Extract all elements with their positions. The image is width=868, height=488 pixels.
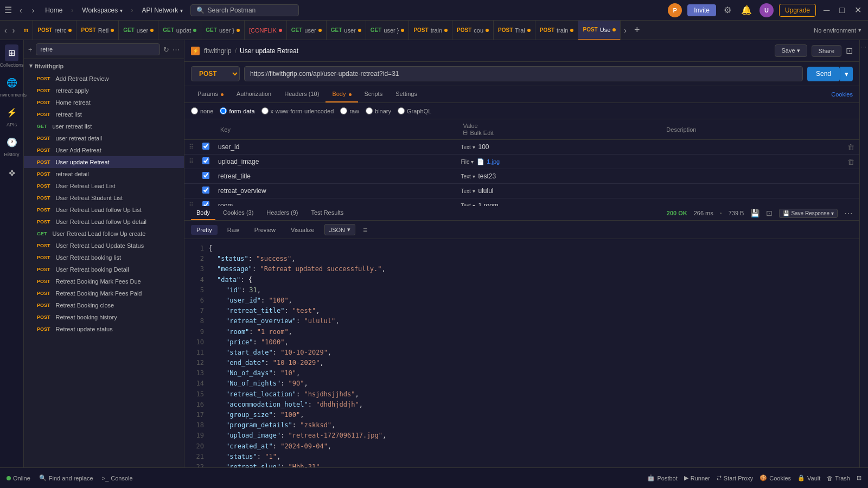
tab-authorization[interactable]: Authorization: [230, 86, 278, 102]
delete-row-icon[interactable]: 🗑: [847, 158, 854, 166]
drag-handle[interactable]: ⠿: [189, 158, 194, 165]
tab-train[interactable]: POST train: [409, 21, 452, 40]
tab-user3[interactable]: GET user: [287, 21, 327, 40]
sidebar-item-add-retreat-review[interactable]: POST Add Retreat Review: [24, 73, 184, 85]
new-tab-button[interactable]: +: [630, 24, 644, 36]
sidebar-item-user-retreat-lead-follow-up-detail[interactable]: POST User Retreat Lead follow Up detail: [24, 216, 184, 228]
tab-params[interactable]: Params: [191, 86, 230, 102]
api-network-nav[interactable]: API Network ▾: [139, 5, 186, 15]
sidebar-item-retreat-booking-history[interactable]: POST Retreat booking history: [24, 311, 184, 323]
method-select[interactable]: POST GET PUT DELETE: [191, 66, 240, 81]
drag-handle[interactable]: ⠿: [189, 143, 194, 151]
tab-cou[interactable]: POST cou: [452, 21, 494, 40]
share-button[interactable]: Share: [812, 45, 841, 57]
type-badge[interactable]: File ▾: [461, 159, 474, 165]
send-button[interactable]: Send: [807, 67, 840, 81]
row-checkbox[interactable]: [202, 201, 209, 206]
row-checkbox[interactable]: [202, 143, 209, 150]
format-options-icon[interactable]: ≡: [363, 226, 367, 234]
layout-icon-button[interactable]: ⊞: [857, 474, 861, 481]
tab-left-arrow[interactable]: ‹: [2, 25, 9, 36]
sidebar-item-retreat-apply[interactable]: POST retreat apply: [24, 85, 184, 97]
tab-user-get[interactable]: GET user: [119, 21, 158, 40]
tab-right-arrow[interactable]: ›: [10, 25, 17, 36]
environments-icon-group[interactable]: 🌐 Environments: [0, 74, 27, 98]
components-icon[interactable]: ❖: [5, 168, 19, 178]
sidebar-item-user-retreat-lead-update-status[interactable]: POST User Retreat Lead Update Status: [24, 240, 184, 252]
sidebar-item-user-update-retreat[interactable]: POST User update Retreat: [24, 156, 184, 168]
type-badge[interactable]: Text ▾: [461, 174, 475, 179]
close-icon[interactable]: ✕: [852, 4, 864, 16]
sidebar-item-user-retreat-lead-list[interactable]: POST User Retreat Lead List: [24, 180, 184, 192]
fmt-tab-preview[interactable]: Preview: [249, 225, 281, 235]
fmt-tab-raw[interactable]: Raw: [222, 225, 245, 235]
tab-headers[interactable]: Headers (10): [278, 86, 326, 102]
tab-trai[interactable]: POST Trai: [494, 21, 535, 40]
env-selector[interactable]: No environment ▾: [807, 27, 868, 34]
delete-row-icon[interactable]: 🗑: [847, 143, 854, 151]
sidebar-item-retreat-update-status[interactable]: POST Retreat update status: [24, 323, 184, 335]
sidebar-item-home-retreat[interactable]: POST Home retreat: [24, 97, 184, 108]
resp-tab-headers[interactable]: Headers (9): [261, 206, 303, 220]
sidebar-item-user-retreat-lead-follow-up-create[interactable]: GET User Retreat Lead follow Up create: [24, 228, 184, 240]
more-icon[interactable]: ⋯: [173, 46, 180, 54]
history-icon-group[interactable]: 🕐 History: [3, 134, 21, 157]
invite-button[interactable]: Invite: [687, 4, 716, 16]
sidebar-item-retreat-list[interactable]: POST retreat list: [24, 108, 184, 120]
save-response-button[interactable]: 💾 Save Response ▾: [779, 209, 838, 218]
sidebar-item-user-retreat-student-list[interactable]: POST User Retreat Student List: [24, 192, 184, 204]
tab-retrc[interactable]: POST retrc: [33, 21, 76, 40]
panel-icon[interactable]: ⊡: [846, 46, 853, 56]
sidebar-item-retreat-booking-close[interactable]: POST Retreat Booking close: [24, 299, 184, 311]
tab-body[interactable]: Body: [326, 86, 358, 102]
sidebar-item-retreat-booking-mark-fees-paid[interactable]: POST Retreat Booking Mark Fees Paid: [24, 287, 184, 299]
tab-overflow-right[interactable]: ›: [621, 26, 630, 35]
online-status[interactable]: Online: [7, 475, 30, 481]
tab-m[interactable]: m: [19, 21, 33, 40]
postbot-button[interactable]: 🤖 Postbot: [647, 474, 677, 481]
sidebar-search-input[interactable]: [36, 43, 160, 55]
trash-button[interactable]: 🗑 Trash: [827, 475, 850, 481]
cookies-bottom-button[interactable]: 🍪 Cookies: [760, 474, 791, 481]
url-input[interactable]: [244, 66, 803, 81]
tab-use-active[interactable]: POST Use: [578, 21, 621, 40]
home-nav[interactable]: Home: [42, 5, 66, 15]
find-replace-button[interactable]: 🔍 Find and replace: [39, 474, 93, 481]
sidebar-item-retreat-detail[interactable]: POST retreat detail: [24, 168, 184, 180]
right-panel-handle[interactable]: ⋮: [861, 44, 867, 50]
radio-raw[interactable]: raw: [340, 107, 359, 114]
tab-user2[interactable]: GET user }: [201, 21, 245, 40]
tab-train2[interactable]: POST train: [535, 21, 579, 40]
workspace-label[interactable]: ▾ fitwithgrip: [24, 59, 184, 73]
bell-icon[interactable]: 🔔: [739, 4, 754, 16]
row-checkbox[interactable]: [202, 187, 209, 194]
apis-icon[interactable]: ⚡: [3, 104, 21, 121]
environments-icon[interactable]: 🌐: [3, 74, 21, 91]
tab-reti[interactable]: POST Reti: [76, 21, 119, 40]
upgrade-button[interactable]: Upgrade: [779, 4, 816, 17]
collections-icon[interactable]: ⊞: [5, 44, 18, 61]
sidebar-item-user-retreat-booking-list[interactable]: POST User Retreat booking list: [24, 252, 184, 264]
tab-conflik[interactable]: [CONFLIK: [245, 21, 287, 40]
forward-arrow[interactable]: ›: [30, 5, 37, 16]
resp-tab-body[interactable]: Body: [191, 206, 215, 220]
tab-scripts[interactable]: Scripts: [358, 86, 390, 102]
copy-icon[interactable]: ⊡: [766, 209, 773, 217]
add-icon[interactable]: +: [28, 46, 33, 54]
resp-tab-test-results[interactable]: Test Results: [305, 206, 349, 220]
minimize-icon[interactable]: ─: [821, 4, 832, 16]
radio-form-data[interactable]: form-data: [220, 107, 254, 114]
vault-button[interactable]: 🔒 Vault: [797, 474, 820, 481]
proxy-button[interactable]: ⇄ Start Proxy: [717, 474, 753, 481]
back-arrow[interactable]: ‹: [17, 5, 24, 16]
sidebar-item-user-retreat-lead-follow-up-list[interactable]: POST User Retreat Lead follow Up List: [24, 204, 184, 216]
components-icon-shape[interactable]: ❖: [5, 165, 19, 181]
save-button[interactable]: Cookies Save ▾: [775, 44, 807, 57]
drag-handle[interactable]: ⠿: [189, 202, 194, 206]
sidebar-item-retreat-booking-mark-fees-due[interactable]: POST Retreat Booking Mark Fees Due: [24, 275, 184, 287]
row-checkbox[interactable]: [202, 157, 209, 164]
history-icon[interactable]: 🕐: [3, 134, 21, 151]
tab-user5[interactable]: GET user }: [366, 21, 410, 40]
tab-updat[interactable]: GET updat: [158, 21, 201, 40]
fmt-tab-pretty[interactable]: Pretty: [191, 225, 218, 235]
